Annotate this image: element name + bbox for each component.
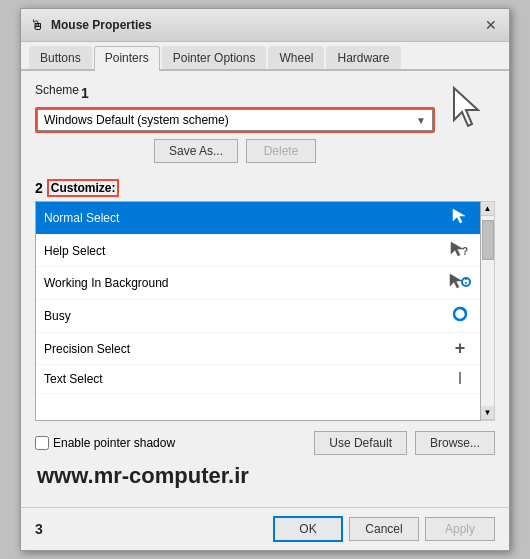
list-item[interactable]: Text Select I [36, 365, 480, 394]
step2-badge: 2 [35, 180, 43, 196]
list-item[interactable]: Precision Select + [36, 333, 480, 365]
scheme-label: Scheme [35, 83, 79, 97]
window-title: Mouse Properties [51, 18, 481, 32]
svg-marker-1 [453, 209, 465, 223]
cursor-list-container: Normal Select Help Select ? Wo [35, 201, 495, 421]
list-item[interactable]: Working In Background [36, 267, 480, 300]
window-icon: 🖱 [29, 17, 45, 33]
apply-button[interactable]: Apply [425, 517, 495, 541]
pointer-shadow-row: Enable pointer shadow [35, 436, 306, 450]
watermark-text: www.mr-computer.ir [35, 463, 495, 489]
cancel-button[interactable]: Cancel [349, 517, 419, 541]
save-as-button[interactable]: Save As... [154, 139, 238, 163]
scrollbar[interactable]: ▲ ▼ [481, 201, 495, 421]
title-bar: 🖱 Mouse Properties ✕ [21, 9, 509, 42]
delete-button[interactable]: Delete [246, 139, 316, 163]
customize-label: Customize: [47, 179, 120, 197]
cursor-icon-busy [448, 305, 472, 327]
step1-badge: 1 [81, 85, 89, 101]
list-item[interactable]: Help Select ? [36, 235, 480, 267]
tab-buttons[interactable]: Buttons [29, 46, 92, 69]
browse-button[interactable]: Browse... [415, 431, 495, 455]
close-button[interactable]: ✕ [481, 15, 501, 35]
tab-pointers[interactable]: Pointers [94, 46, 160, 71]
content-area: Scheme 1 Windows Default (system scheme)… [21, 71, 509, 507]
cursor-icon-working [448, 272, 472, 294]
scroll-thumb[interactable] [482, 220, 494, 260]
pointer-shadow-checkbox[interactable] [35, 436, 49, 450]
pointer-shadow-label: Enable pointer shadow [53, 436, 175, 450]
list-item[interactable]: Normal Select [36, 202, 480, 235]
bottom-options-row: Enable pointer shadow Use Default Browse… [35, 431, 495, 455]
svg-text:?: ? [462, 246, 468, 257]
use-default-button[interactable]: Use Default [314, 431, 407, 455]
scheme-select-inner[interactable]: Windows Default (system scheme) ▼ [37, 109, 433, 131]
cursor-icon-precision: + [448, 338, 472, 359]
scroll-up-button[interactable]: ▲ [481, 202, 494, 216]
tab-hardware[interactable]: Hardware [326, 46, 400, 69]
ok-button[interactable]: OK [273, 516, 343, 542]
svg-marker-4 [450, 274, 462, 288]
tab-bar: Buttons Pointers Pointer Options Wheel H… [21, 42, 509, 71]
footer: 3 OK Cancel Apply [21, 507, 509, 550]
customize-header: 2 Customize: [35, 179, 495, 197]
mouse-properties-window: 🖱 Mouse Properties ✕ Buttons Pointers Po… [20, 8, 510, 551]
scroll-down-button[interactable]: ▼ [481, 406, 494, 420]
cursor-list[interactable]: Normal Select Help Select ? Wo [35, 201, 481, 421]
tab-wheel[interactable]: Wheel [268, 46, 324, 69]
scheme-dropdown-wrapper: Windows Default (system scheme) ▼ [35, 107, 435, 133]
cursor-icon-text: I [448, 370, 472, 388]
tab-pointer-options[interactable]: Pointer Options [162, 46, 267, 69]
cursor-preview [445, 83, 495, 133]
list-item[interactable]: Busy [36, 300, 480, 333]
cursor-icon-help: ? [448, 240, 472, 261]
scheme-selected-value: Windows Default (system scheme) [44, 113, 416, 127]
cursor-icon-normal [448, 207, 472, 229]
step3-badge: 3 [35, 521, 43, 537]
cursor-preview-icon [452, 86, 488, 130]
dropdown-arrow-icon: ▼ [416, 115, 426, 126]
scheme-buttons-row: Save As... Delete [35, 139, 435, 163]
svg-marker-0 [454, 88, 478, 126]
